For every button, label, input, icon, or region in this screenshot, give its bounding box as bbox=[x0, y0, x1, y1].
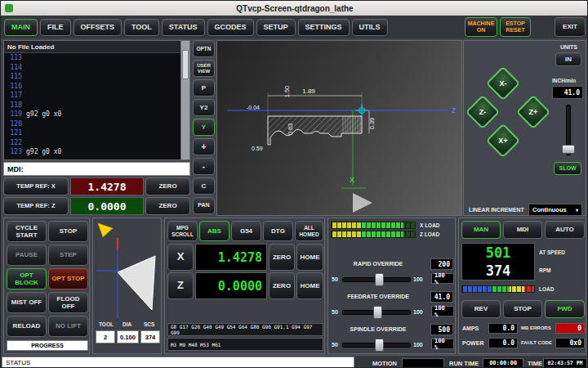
rapid-slider-handle[interactable] bbox=[375, 273, 384, 286]
gcode-line-number: 120 bbox=[4, 120, 22, 128]
stop-button[interactable]: STOP bbox=[48, 221, 88, 242]
spindle-load-label: LOAD bbox=[539, 286, 554, 292]
auto-mode-button[interactable]: AUTO bbox=[545, 221, 585, 239]
zero-z-axis-button[interactable]: ZERO bbox=[269, 272, 295, 299]
jog-z-minus-button[interactable]: Z- bbox=[466, 95, 500, 129]
gcode-line[interactable]: 118 bbox=[4, 101, 181, 110]
gcode-line[interactable]: 113 bbox=[4, 53, 181, 63]
tool-scs-value: 374 bbox=[140, 330, 160, 343]
spindle-stop-button[interactable]: STOP bbox=[503, 300, 542, 318]
units-button[interactable]: IN bbox=[555, 52, 581, 66]
tab-setup[interactable]: SETUP bbox=[256, 19, 296, 36]
jog-z-plus-button[interactable]: Z+ bbox=[516, 95, 550, 129]
cycle-start-button[interactable]: CYCLE START bbox=[7, 221, 47, 242]
zero-x-button[interactable]: ZERO bbox=[145, 177, 190, 195]
increment-dropdown[interactable]: Continuous ▾ bbox=[528, 204, 582, 216]
spindle-override-slider[interactable] bbox=[342, 339, 411, 350]
home-z-button[interactable]: HOME bbox=[296, 272, 323, 299]
gcode-scrollbar-thumb[interactable] bbox=[182, 50, 189, 79]
view-y2-button[interactable]: Y2 bbox=[193, 99, 215, 116]
dro-x-value: 1.4278 bbox=[195, 244, 267, 271]
feedrate-override-label: FEEDRATE OVERRIDE bbox=[328, 294, 428, 299]
axis-z-button[interactable]: Z bbox=[167, 272, 194, 299]
view-pan-button[interactable]: PAN bbox=[193, 197, 215, 214]
tab-gcodes[interactable]: GCODES bbox=[207, 19, 254, 36]
flood-button[interactable]: FLOOD OFF bbox=[48, 292, 88, 313]
mpg-scroll-button[interactable]: MPG SCROLL bbox=[167, 221, 198, 241]
gcode-line[interactable]: 116 bbox=[4, 82, 181, 92]
zero-x-axis-button[interactable]: ZERO bbox=[269, 244, 295, 271]
gcode-line[interactable]: 121 bbox=[4, 128, 181, 138]
g54-button[interactable]: G54 bbox=[231, 221, 261, 241]
gcode-line[interactable]: 120 bbox=[4, 119, 181, 129]
opt-block-button[interactable]: OPT BLOCK bbox=[7, 268, 47, 289]
axis-x-button[interactable]: X bbox=[167, 244, 194, 271]
abs-button[interactable]: ABS bbox=[199, 221, 229, 241]
opt-stop-button[interactable]: OPT STOP bbox=[48, 268, 88, 289]
step-button[interactable]: STEP bbox=[48, 245, 88, 266]
gcode-line[interactable]: 115 bbox=[4, 72, 181, 82]
temp-ref-z-button[interactable]: TEMP REF: Z bbox=[3, 197, 69, 215]
feedrate-slider-handle[interactable] bbox=[373, 306, 382, 319]
gcode-line[interactable]: 119 g92 g0 x0 bbox=[4, 110, 181, 119]
spindle-fwd-button[interactable]: FWD bbox=[545, 300, 585, 318]
all-homed-button[interactable]: ALL HOMED bbox=[295, 221, 323, 241]
zoom-out-button[interactable]: - bbox=[193, 158, 215, 175]
spindle-rev-button[interactable]: REV bbox=[461, 300, 501, 318]
app-icon bbox=[5, 4, 13, 12]
temp-ref-x-button[interactable]: TEMP REF: X bbox=[3, 177, 69, 195]
estop-reset-button[interactable]: ESTOP RESET bbox=[500, 17, 531, 37]
gremlin-preview[interactable]: Z X 1.89 0.39 1.50 -0.04 0.63 0.59 bbox=[216, 40, 462, 216]
gcode-line-number: 113 bbox=[4, 54, 22, 61]
gcode-scrollbar[interactable] bbox=[180, 41, 189, 159]
reload-button[interactable]: RELOAD bbox=[7, 316, 47, 337]
jog-rate-slider[interactable] bbox=[561, 105, 574, 155]
slow-button[interactable]: SLOW bbox=[554, 162, 581, 175]
units-label: UNITS bbox=[560, 44, 577, 50]
dtg-button[interactable]: DTG bbox=[263, 221, 293, 241]
no-lift-button[interactable]: NO LIFT bbox=[48, 316, 88, 337]
tool-number-label: TOOL bbox=[99, 321, 114, 327]
rapid-override-slider[interactable] bbox=[342, 273, 411, 285]
jog-panel: UNITS IN X- Z- Z+ X+ INCH/min 41.0 SLOW … bbox=[463, 40, 586, 216]
view-c-button[interactable]: C bbox=[193, 177, 215, 195]
jog-x-minus-button[interactable]: X- bbox=[486, 66, 520, 101]
temp-ref-x-value: 1.4278 bbox=[70, 177, 144, 195]
spindle-pct: 100 % bbox=[431, 339, 454, 349]
gcode-line-number: 117 bbox=[4, 92, 22, 99]
spindle-override-value: 500 bbox=[430, 324, 453, 335]
home-x-button[interactable]: HOME bbox=[296, 244, 323, 271]
feedrate-override-slider[interactable] bbox=[342, 306, 411, 317]
view-p-button[interactable]: P bbox=[193, 79, 215, 96]
tab-status[interactable]: STATUS bbox=[162, 19, 205, 36]
man-mode-button[interactable]: MAN bbox=[461, 221, 501, 239]
gcode-line[interactable]: 114 bbox=[4, 63, 181, 73]
tab-main[interactable]: MAIN bbox=[4, 19, 38, 36]
jog-x-plus-button[interactable]: X+ bbox=[486, 123, 520, 158]
pause-button[interactable]: PAUSE bbox=[7, 245, 47, 266]
gcode-lines[interactable]: 113 114 115 116 bbox=[4, 53, 181, 159]
spindle-slider-handle[interactable] bbox=[375, 339, 384, 352]
zero-z-button[interactable]: ZERO bbox=[145, 197, 190, 215]
mdi-mode-button[interactable]: MDI bbox=[503, 221, 542, 239]
tab-settings[interactable]: SETTINGS bbox=[298, 19, 350, 36]
gcode-line[interactable]: 122 bbox=[4, 138, 181, 148]
mist-button[interactable]: MIST OFF bbox=[7, 292, 47, 313]
view-y-button[interactable]: Y bbox=[193, 119, 215, 136]
gcode-line[interactable]: 117 bbox=[4, 91, 181, 101]
exit-button[interactable]: EXIT bbox=[555, 17, 586, 37]
view-optn-button[interactable]: OPTN bbox=[193, 40, 215, 57]
tab-offsets[interactable]: OFFSETS bbox=[74, 19, 122, 36]
tab-tool[interactable]: TOOL bbox=[124, 19, 159, 36]
titlebar[interactable]: QTvcp-Screen-qtdragon_lathe bbox=[1, 1, 588, 16]
tab-utils[interactable]: UTILS bbox=[352, 19, 388, 36]
mdi-entry[interactable]: MDI: bbox=[3, 162, 190, 176]
status-message: STATUS bbox=[2, 357, 354, 368]
gcode-line[interactable]: 123 g92 g0 x0 bbox=[4, 147, 181, 157]
tab-file[interactable]: FILE bbox=[40, 19, 71, 36]
x-axis-label: X bbox=[350, 176, 354, 184]
zoom-in-button[interactable]: + bbox=[193, 138, 215, 155]
view-user-view-button[interactable]: USER VIEW bbox=[193, 60, 215, 77]
jog-rate-slider-handle[interactable] bbox=[562, 145, 575, 154]
machine-on-button[interactable]: MACHINE ON bbox=[465, 17, 497, 37]
